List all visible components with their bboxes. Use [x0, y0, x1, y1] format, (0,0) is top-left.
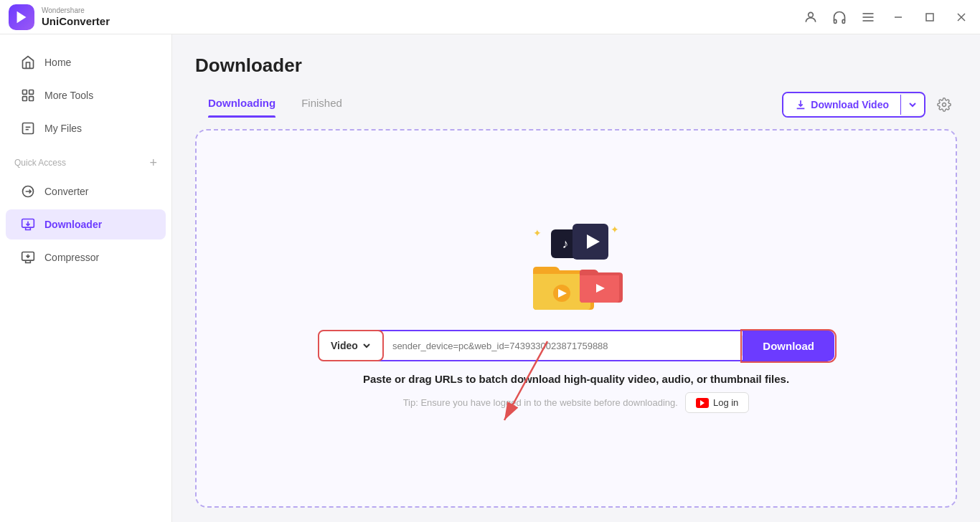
video-type-label: Video: [331, 340, 358, 351]
home-icon: [20, 54, 36, 70]
sidebar-label-more-tools: More Tools: [44, 90, 93, 101]
drop-zone[interactable]: ✦ ✦ ♪: [195, 129, 957, 508]
page-title: Downloader: [195, 54, 957, 77]
tip-row: Tip: Ensure you have logged in to the we…: [403, 392, 750, 413]
download-icon: [795, 99, 806, 110]
converter-icon: [20, 184, 36, 199]
download-button[interactable]: Download: [743, 331, 834, 361]
svg-point-0: [809, 12, 814, 17]
menu-icon[interactable]: [859, 9, 877, 26]
file-icon: [20, 120, 36, 136]
download-video-dropdown-arrow[interactable]: [900, 95, 924, 115]
youtube-login-button[interactable]: Log in: [685, 392, 749, 413]
svg-point-23: [943, 103, 946, 106]
tab-downloading[interactable]: Downloading: [195, 91, 288, 118]
sidebar-label-my-files: My Files: [44, 123, 82, 134]
folder-red: [576, 260, 623, 303]
sidebar-item-more-tools[interactable]: More Tools: [6, 80, 166, 110]
quick-access-label: Quick Access: [14, 158, 66, 168]
app-name-top: Wondershare: [42, 6, 110, 15]
main-layout: Home More Tools My Files Quick Access: [0, 34, 980, 522]
sidebar-item-my-files[interactable]: My Files: [6, 113, 166, 143]
svg-rect-10: [23, 90, 27, 95]
settings-button[interactable]: [931, 92, 957, 118]
video-card: [573, 224, 608, 260]
download-video-label: Download Video: [811, 99, 889, 110]
content-area: Downloader Downloading Finished: [172, 34, 980, 522]
svg-rect-13: [29, 97, 34, 101]
tabs-toolbar: Downloading Finished Download Video: [195, 91, 957, 118]
compressor-icon: [20, 250, 36, 265]
sidebar-item-downloader[interactable]: Downloader: [6, 209, 166, 239]
instruction-text: Paste or drag URLs to batch download hig…: [363, 373, 789, 385]
maximize-button[interactable]: [920, 7, 940, 27]
sidebar-item-home[interactable]: Home: [6, 47, 166, 77]
sparkle-1: ✦: [533, 227, 542, 239]
app-name: Wondershare UniConverter: [42, 6, 110, 28]
svg-rect-14: [23, 123, 34, 134]
titlebar-controls: [802, 7, 971, 27]
svg-rect-2: [842, 19, 844, 23]
sidebar-label-converter: Converter: [44, 186, 88, 197]
sidebar-item-compressor[interactable]: Compressor: [6, 242, 166, 272]
sidebar-item-converter[interactable]: Converter: [6, 176, 166, 207]
svg-rect-11: [29, 90, 34, 95]
app-logo: [9, 4, 34, 30]
sidebar: Home More Tools My Files Quick Access: [0, 34, 172, 522]
youtube-icon: [696, 398, 709, 408]
dropdown-chevron-icon: [362, 341, 371, 350]
user-icon[interactable]: [802, 9, 819, 26]
sidebar-label-downloader: Downloader: [44, 219, 102, 230]
close-button[interactable]: [951, 7, 971, 27]
login-label: Log in: [713, 397, 738, 408]
illustration: ✦ ✦ ♪: [529, 224, 623, 310]
titlebar: Wondershare UniConverter: [0, 0, 980, 34]
titlebar-left: Wondershare UniConverter: [9, 4, 110, 30]
downloader-icon: [20, 217, 36, 232]
tip-text: Tip: Ensure you have logged in to the we…: [403, 397, 678, 408]
svg-rect-1: [834, 19, 837, 23]
grid-icon: [20, 87, 36, 103]
tab-finished[interactable]: Finished: [288, 91, 355, 118]
quick-access-header: Quick Access +: [0, 151, 171, 175]
youtube-play-icon: [700, 400, 705, 406]
tab-bar: Downloading Finished: [195, 91, 355, 118]
headset-icon[interactable]: [831, 9, 848, 26]
svg-text:♪: ♪: [562, 237, 569, 251]
video-type-button[interactable]: Video: [318, 330, 384, 361]
svg-rect-12: [23, 97, 27, 101]
toolbar-right: Download Video: [782, 92, 957, 118]
app-name-bottom: UniConverter: [42, 15, 110, 28]
sidebar-label-compressor: Compressor: [44, 252, 99, 263]
minimize-button[interactable]: [888, 7, 908, 27]
svg-rect-7: [926, 14, 933, 21]
url-input[interactable]: [382, 332, 742, 360]
settings-icon: [937, 98, 951, 112]
url-input-row: Video Download: [318, 330, 834, 361]
sparkle-2: ✦: [611, 224, 619, 235]
download-video-btn-main: Download Video: [783, 93, 900, 116]
download-video-button[interactable]: Download Video: [782, 92, 925, 118]
sidebar-label-home: Home: [44, 57, 71, 68]
quick-access-add-button[interactable]: +: [149, 156, 157, 169]
